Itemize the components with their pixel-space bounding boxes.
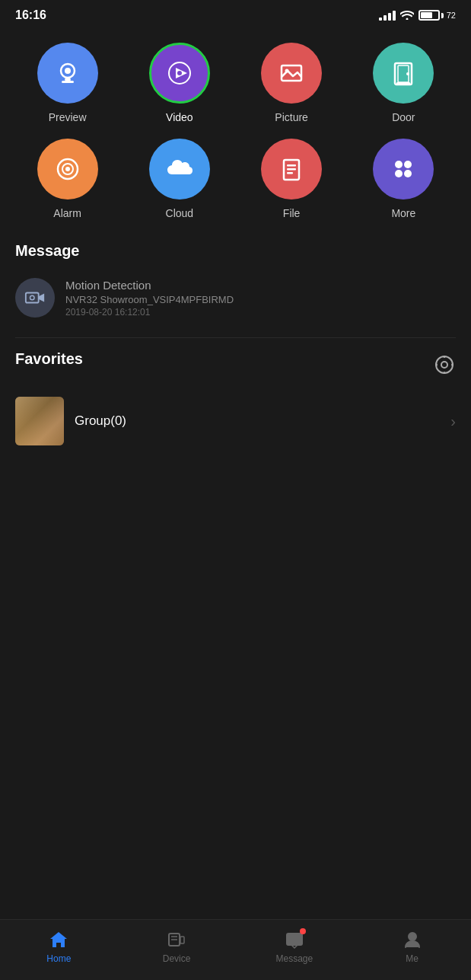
favorites-header: Favorites — [15, 350, 456, 378]
svg-point-22 — [395, 170, 403, 177]
svg-point-32 — [451, 363, 453, 366]
message-time: 2019-08-20 16:12:01 — [65, 307, 456, 318]
grid-item-picture[interactable]: Picture — [240, 43, 344, 123]
svg-point-30 — [444, 372, 446, 374]
svg-rect-36 — [180, 937, 184, 943]
svg-point-20 — [395, 161, 403, 168]
message-title: Motion Detection — [65, 279, 456, 292]
door-label: Door — [392, 111, 415, 123]
svg-point-28 — [441, 362, 447, 368]
svg-point-31 — [435, 363, 438, 366]
svg-point-8 — [285, 69, 289, 73]
cloud-icon-circle — [149, 139, 210, 200]
picture-label: Picture — [275, 111, 308, 123]
bottom-nav: Home Device Message — [0, 919, 471, 980]
svg-rect-18 — [287, 168, 296, 171]
svg-rect-24 — [26, 292, 39, 302]
alarm-icon-circle — [37, 139, 98, 200]
svg-point-27 — [436, 356, 453, 373]
battery-icon: 72 — [418, 10, 456, 21]
status-bar: 16:16 72 — [0, 0, 471, 30]
grid-item-video[interactable]: Video — [127, 43, 231, 123]
nav-item-me[interactable]: Me — [386, 929, 439, 964]
svg-point-29 — [444, 356, 446, 358]
preview-label: Preview — [49, 111, 87, 123]
me-icon — [402, 929, 423, 950]
video-icon-circle — [149, 43, 210, 104]
picture-icon-circle — [261, 43, 322, 104]
nav-me-label: Me — [406, 953, 418, 964]
device-icon — [166, 929, 187, 950]
file-label: File — [283, 207, 301, 219]
group-item[interactable]: Group(0) › — [15, 391, 456, 452]
grid-item-more[interactable]: More — [352, 139, 456, 219]
door-icon-circle — [373, 43, 434, 104]
video-label: Video — [166, 111, 193, 123]
grid-item-door[interactable]: Door — [352, 43, 456, 123]
svg-rect-19 — [287, 172, 293, 174]
nav-item-home[interactable]: Home — [32, 929, 85, 964]
more-label: More — [391, 207, 415, 219]
svg-rect-3 — [62, 81, 74, 83]
message-section-title: Message — [15, 242, 456, 260]
svg-point-11 — [406, 72, 409, 75]
wifi-icon — [400, 9, 414, 22]
group-name: Group(0) — [75, 413, 440, 429]
grid-item-file[interactable]: File — [240, 139, 344, 219]
svg-point-21 — [404, 161, 412, 168]
grid-item-preview[interactable]: Preview — [15, 43, 119, 123]
svg-rect-2 — [65, 78, 71, 81]
battery-level: 72 — [447, 11, 456, 20]
nav-home-label: Home — [46, 953, 71, 964]
svg-point-1 — [65, 68, 71, 74]
message-text-block: Motion Detection NVR32 Showroom_VSIP4MPF… — [65, 279, 456, 318]
more-icon-circle — [373, 139, 434, 200]
message-section: Message Motion Detection NVR32 Showroom_… — [15, 242, 456, 325]
svg-point-6 — [177, 71, 182, 75]
status-icons: 72 — [379, 9, 456, 22]
cloud-label: Cloud — [166, 207, 194, 219]
message-nav-icon — [284, 929, 305, 950]
svg-point-15 — [65, 167, 70, 171]
favorites-settings-icon[interactable] — [433, 353, 456, 376]
chevron-right-icon: › — [450, 413, 456, 430]
group-thumbnail — [15, 397, 64, 445]
favorites-section-title: Favorites — [15, 350, 83, 368]
nav-item-message[interactable]: Message — [268, 929, 321, 964]
main-content: Preview Video Picture — [0, 30, 471, 919]
message-item[interactable]: Motion Detection NVR32 Showroom_VSIP4MPF… — [15, 270, 456, 325]
grid-item-alarm[interactable]: Alarm — [15, 139, 119, 219]
grid-item-cloud[interactable]: Cloud — [127, 139, 231, 219]
nav-message-label: Message — [276, 953, 313, 964]
svg-marker-25 — [39, 293, 44, 302]
notification-dot — [300, 928, 306, 934]
nav-device-label: Device — [163, 953, 191, 964]
preview-icon-circle — [37, 43, 98, 104]
home-icon — [48, 929, 69, 950]
svg-rect-17 — [287, 164, 296, 167]
message-camera-icon — [15, 278, 55, 318]
status-time: 16:16 — [15, 8, 46, 22]
svg-point-23 — [404, 170, 412, 177]
divider — [15, 337, 456, 338]
message-device: NVR32 Showroom_VSIP4MPFBIRMD — [65, 294, 456, 305]
alarm-label: Alarm — [53, 207, 81, 219]
nav-item-device[interactable]: Device — [150, 929, 203, 964]
svg-point-40 — [409, 933, 416, 940]
file-icon-circle — [261, 139, 322, 200]
svg-rect-12 — [396, 82, 410, 85]
favorites-section: Favorites Group(0) › — [15, 350, 456, 452]
icon-grid: Preview Video Picture — [15, 43, 456, 219]
svg-point-26 — [30, 295, 34, 300]
signal-icon — [379, 11, 396, 21]
